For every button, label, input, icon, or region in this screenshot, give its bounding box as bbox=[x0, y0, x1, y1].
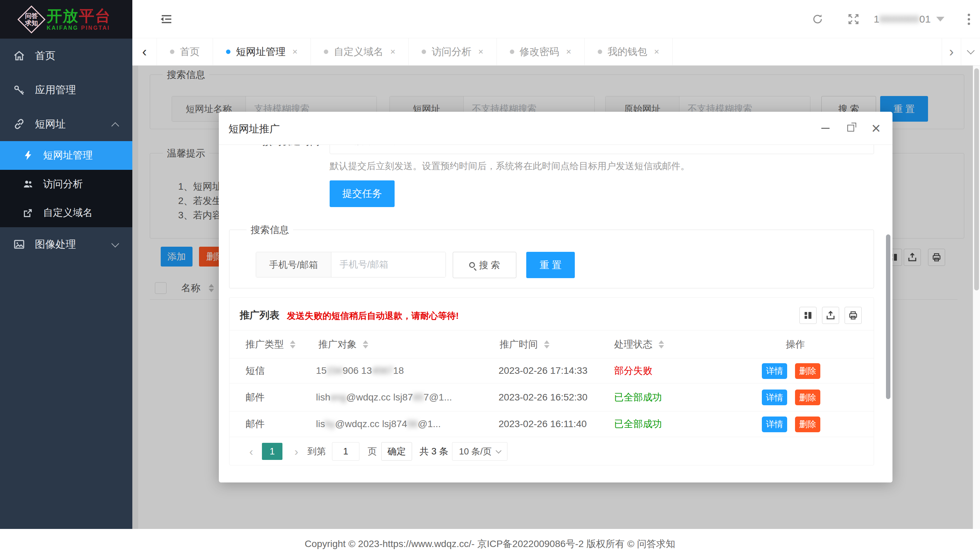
tab-5[interactable]: 我的钱包 bbox=[585, 38, 673, 65]
search-icon bbox=[469, 262, 475, 268]
tab-0[interactable]: 首页 bbox=[157, 38, 213, 65]
sidebar-item-label: 图像处理 bbox=[35, 238, 76, 251]
page-scrollbar-thumb[interactable] bbox=[974, 68, 979, 290]
modal-row-action-详情[interactable]: 详情 bbox=[762, 417, 787, 432]
modal-col-3: 处理状态 bbox=[614, 338, 652, 351]
refresh-icon[interactable] bbox=[811, 13, 824, 25]
sort-icon[interactable] bbox=[544, 340, 549, 349]
close-icon[interactable] bbox=[869, 121, 884, 136]
users-icon bbox=[23, 179, 33, 190]
page-next-icon[interactable] bbox=[294, 445, 298, 458]
bolt-icon bbox=[23, 150, 33, 161]
modal-row-action-删除[interactable]: 删除 bbox=[795, 363, 820, 379]
modal-col-1: 推广对象 bbox=[318, 338, 357, 351]
tabs-menu-icon[interactable] bbox=[961, 38, 980, 65]
minimize-icon[interactable] bbox=[818, 121, 833, 136]
sidebar-item-label: 应用管理 bbox=[35, 83, 76, 97]
page-scrollbar[interactable] bbox=[973, 66, 980, 529]
modal-export-icon[interactable] bbox=[822, 307, 839, 324]
modal-table-row: 邮件lishy@wdqz.cc lsj87456@1...2023-02-26 … bbox=[229, 412, 874, 437]
more-options-icon[interactable] bbox=[962, 12, 975, 26]
submit-task-button[interactable]: 提交任务 bbox=[330, 180, 395, 207]
target-text: 18 bbox=[393, 365, 404, 376]
tab-4[interactable]: 修改密码 bbox=[497, 38, 585, 65]
page-prev-icon[interactable] bbox=[249, 445, 253, 458]
sidebar-subitem-label: 短网址管理 bbox=[43, 149, 93, 162]
promotion-list-title: 推广列表 bbox=[240, 309, 279, 322]
sidebar-item-2[interactable]: 短网址 bbox=[0, 107, 132, 141]
tab-close-icon[interactable] bbox=[566, 46, 571, 57]
tab-dot bbox=[170, 50, 174, 54]
tab-2[interactable]: 自定义域名 bbox=[311, 38, 409, 65]
user-menu[interactable]: 1888888801 bbox=[874, 0, 944, 38]
page-current[interactable]: 1 bbox=[262, 443, 282, 460]
tabs-scroll-right-icon[interactable] bbox=[942, 38, 961, 65]
tab-dot bbox=[598, 50, 602, 54]
redacted-text: hy bbox=[325, 418, 335, 429]
sidebar-item-3[interactable]: 图像处理 bbox=[0, 227, 132, 261]
tab-1[interactable]: 短网址管理 bbox=[213, 38, 311, 65]
target-text: lish bbox=[316, 392, 330, 402]
tab-3[interactable]: 访问分析 bbox=[409, 38, 496, 65]
restore-icon[interactable] bbox=[843, 121, 858, 136]
sidebar-subitem-0[interactable]: 短网址管理 bbox=[0, 141, 132, 170]
tab-close-icon[interactable] bbox=[478, 46, 483, 57]
redacted-text: eng bbox=[330, 392, 347, 402]
tab-dot bbox=[324, 50, 328, 54]
tabs-scroll-left-icon[interactable] bbox=[132, 38, 157, 65]
modal-reset-button[interactable]: 重 置 bbox=[526, 252, 575, 278]
sidebar-subitem-1[interactable]: 访问分析 bbox=[0, 170, 132, 198]
redacted-text: 4567 bbox=[372, 365, 393, 376]
modal-row-action-详情[interactable]: 详情 bbox=[762, 390, 787, 405]
modal-row-action-删除[interactable]: 删除 bbox=[795, 390, 820, 405]
redacted-text: 65 bbox=[413, 392, 424, 402]
tab-dot bbox=[226, 50, 230, 54]
modal-scrollbar-thumb[interactable] bbox=[886, 235, 890, 399]
phone-email-input[interactable] bbox=[331, 252, 446, 277]
image-icon bbox=[13, 238, 25, 250]
sidebar-item-0[interactable]: 首页 bbox=[0, 39, 132, 73]
page-number-input[interactable] bbox=[332, 442, 359, 461]
target-text: lis bbox=[316, 418, 325, 429]
confirm-page-button[interactable]: 确定 bbox=[381, 442, 412, 461]
pagination: 1 到第 页 确定 共 3 条 10 条/页 bbox=[229, 437, 874, 466]
modal-col-ops: 操作 bbox=[756, 338, 835, 351]
key-icon bbox=[13, 84, 25, 96]
sort-icon[interactable] bbox=[658, 340, 664, 349]
sidebar-menu: 首页应用管理短网址短网址管理访问分析自定义域名图像处理 bbox=[0, 39, 132, 261]
home-icon bbox=[13, 50, 25, 62]
fullscreen-icon[interactable] bbox=[847, 13, 860, 25]
tab-close-icon[interactable] bbox=[654, 46, 659, 57]
sort-icon[interactable] bbox=[363, 340, 368, 349]
collapse-sidebar-icon[interactable] bbox=[160, 12, 173, 26]
tab-close-icon[interactable] bbox=[390, 46, 395, 57]
chevron-up-icon bbox=[111, 122, 119, 130]
sidebar-subitem-2[interactable]: 自定义域名 bbox=[0, 198, 132, 227]
modal-search-button[interactable]: 搜 索 bbox=[453, 252, 516, 278]
sort-icon[interactable] bbox=[290, 340, 295, 349]
brand-badge-icon: 问答求知 bbox=[17, 5, 45, 33]
tab-close-icon[interactable] bbox=[292, 46, 297, 57]
topbar: 1888888801 bbox=[132, 0, 980, 38]
modal-header: 短网址推广 bbox=[219, 112, 892, 145]
modal-columns-icon[interactable] bbox=[799, 307, 817, 324]
tab-label: 修改密码 bbox=[520, 45, 559, 59]
sidebar: 问答求知 开放平台 KAIFANG PINGTAI 首页应用管理短网址短网址管理… bbox=[0, 0, 132, 529]
phone-email-addon: 手机号/邮箱 bbox=[256, 252, 331, 277]
modal-row-action-详情[interactable]: 详情 bbox=[762, 363, 787, 379]
target-text: @1... bbox=[418, 418, 441, 429]
promo-target: lisheng@wdqz.cc lsj87657@1... bbox=[316, 392, 452, 403]
modal-search-fieldset: 搜索信息 手机号/邮箱 搜 索 重 置 bbox=[229, 230, 874, 288]
refund-notice: 发送失败的短信稍后自动退款，请耐心等待! bbox=[287, 310, 459, 322]
tab-dot bbox=[421, 50, 426, 54]
tab-label: 访问分析 bbox=[431, 45, 471, 59]
target-text: @wdqz.cc lsj87 bbox=[347, 392, 413, 402]
promotion-modal: 短网址推广 预约发送时间 默认提交后立刻发送。设置预约时间后，系统将在此时间点给… bbox=[219, 112, 892, 483]
modal-print-icon[interactable] bbox=[845, 307, 862, 324]
external-link-icon bbox=[23, 207, 33, 218]
sidebar-item-1[interactable]: 应用管理 bbox=[0, 73, 132, 107]
modal-row-action-删除[interactable]: 删除 bbox=[795, 417, 820, 432]
schedule-time-input[interactable] bbox=[330, 145, 874, 154]
per-page-select[interactable]: 10 条/页 bbox=[452, 442, 507, 461]
app-window: 问答求知 开放平台 KAIFANG PINGTAI 首页应用管理短网址短网址管理… bbox=[0, 0, 980, 559]
